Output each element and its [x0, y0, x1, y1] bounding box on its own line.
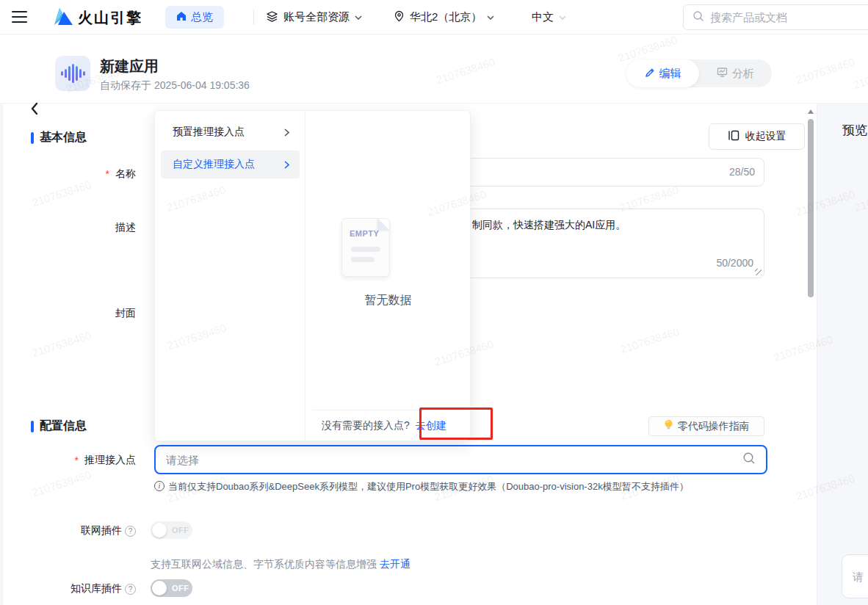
settings-scrollbar[interactable] — [806, 104, 815, 605]
help-circle-icon[interactable] — [125, 526, 136, 537]
endpoint-dropdown-popup: 预置推理接入点 自定义推理接入点 EMPTY 暂无数据 没有需要的接入点?去创建 — [154, 110, 471, 441]
endpoint-select-input[interactable] — [166, 454, 742, 466]
app-screen: 火山引擎 总览 账号全部资源 — [0, 0, 868, 605]
description-label: 描述 — [26, 221, 136, 234]
pencil-icon — [645, 68, 655, 80]
info-circle-icon — [154, 481, 164, 491]
toggle-state-label: OFF — [172, 526, 189, 535]
dropdown-menu-column: 预置推理接入点 自定义推理接入点 — [155, 111, 305, 441]
chevron-down-icon — [355, 15, 362, 20]
collapse-panel-icon — [728, 130, 739, 143]
section-basic-info: 基本信息 — [31, 130, 87, 145]
preview-title: 预览 — [842, 122, 867, 139]
collapse-settings-button[interactable]: 收起设置 — [709, 123, 805, 150]
help-circle-icon[interactable] — [125, 584, 136, 595]
home-icon — [176, 11, 187, 23]
chevron-down-icon — [487, 15, 494, 20]
section-accent-bar — [31, 421, 34, 432]
preview-panel: 预览 — [817, 104, 868, 605]
scrollbar-thumb[interactable] — [808, 119, 814, 297]
app-avatar-waveform-icon — [55, 56, 90, 91]
chevron-right-icon — [284, 161, 289, 169]
description-text: 制同款，快速搭建强大的AI应用。 — [472, 219, 626, 232]
global-search-input[interactable] — [710, 11, 850, 23]
analyze-tab[interactable]: 分析 — [699, 59, 772, 87]
web-plugin-toggle[interactable]: OFF — [151, 521, 192, 539]
back-button[interactable] — [29, 98, 47, 119]
top-nav: 火山引擎 总览 账号全部资源 — [0, 0, 868, 35]
toggle-state-label: OFF — [172, 584, 189, 593]
chevron-down-icon — [559, 15, 566, 20]
collapsed-sidebar-sliver — [0, 104, 3, 605]
activate-link[interactable]: 去开通 — [380, 558, 411, 570]
empty-state-text: 暂无数据 — [305, 293, 471, 308]
search-icon — [742, 452, 756, 468]
edit-analyze-segmented-control: 编辑 分析 — [626, 59, 772, 87]
preview-chat-input-field[interactable] — [853, 570, 868, 583]
layers-icon — [266, 10, 278, 25]
page-fold-icon — [377, 218, 390, 231]
description-char-counter: 50/2000 — [716, 257, 753, 269]
chevron-right-icon — [284, 128, 289, 137]
analytics-board-icon — [717, 67, 728, 80]
name-char-counter: 28/50 — [729, 166, 755, 178]
nav-region-dropdown[interactable]: 华北2（北京） — [394, 0, 494, 35]
resize-grip-icon[interactable] — [755, 269, 762, 275]
empty-badge-text: EMPTY — [350, 229, 379, 238]
volcano-logo-icon — [53, 7, 73, 29]
brand-name: 火山引擎 — [78, 8, 142, 28]
annotation-highlight-box — [419, 407, 493, 440]
endpoint-hint: 当前仅支持Doubao系列&DeepSeek系列模型，建议使用Pro模型获取更好… — [154, 480, 764, 493]
zero-code-guide-button[interactable]: 零代码操作指南 — [648, 416, 764, 436]
menu-item-preset-endpoint[interactable]: 预置推理接入点 — [161, 118, 300, 146]
web-plugin-label: 联网插件 — [26, 524, 136, 537]
endpoint-select[interactable] — [154, 445, 767, 474]
nav-account-scope-dropdown[interactable]: 账号全部资源 — [266, 0, 362, 35]
section-config-info: 配置信息 — [31, 419, 87, 434]
kb-plugin-toggle[interactable]: OFF — [151, 579, 192, 597]
kb-plugin-label: 知识库插件 — [26, 582, 136, 595]
toggle-knob — [152, 523, 167, 537]
scroll-up-arrow-icon[interactable] — [808, 109, 814, 114]
empty-document-icon: EMPTY — [341, 218, 390, 277]
search-icon — [692, 10, 704, 25]
page-title: 新建应用 — [100, 57, 159, 76]
lightbulb-icon — [664, 419, 673, 433]
section-accent-bar — [31, 132, 34, 144]
dropdown-empty-state: EMPTY 暂无数据 — [305, 111, 471, 410]
cover-label: 封面 — [26, 307, 136, 320]
nav-overview-button[interactable]: 总览 — [165, 6, 224, 29]
global-search — [683, 4, 868, 30]
location-pin-icon — [394, 10, 405, 24]
page-header: 新建应用 自动保存于 2025-06-04 19:05:36 编辑 分析 — [0, 35, 868, 104]
toggle-knob — [152, 581, 167, 595]
hamburger-menu-icon[interactable] — [12, 11, 27, 23]
endpoint-label: 推理接入点 — [26, 454, 136, 467]
name-label: 名称 — [26, 167, 136, 181]
nav-language-dropdown[interactable]: 中文 — [532, 0, 566, 35]
nav-divider — [253, 10, 254, 25]
autosave-status: 自动保存于 2025-06-04 19:05:36 — [100, 79, 250, 93]
brand-logo[interactable]: 火山引擎 — [53, 7, 142, 29]
edit-tab[interactable]: 编辑 — [626, 59, 699, 87]
web-plugin-hint: 支持互联网公域信息、字节系优质内容等信息增强 去开通 — [151, 558, 411, 571]
preview-chat-input[interactable] — [842, 554, 868, 598]
menu-item-custom-endpoint[interactable]: 自定义推理接入点 — [161, 151, 300, 178]
